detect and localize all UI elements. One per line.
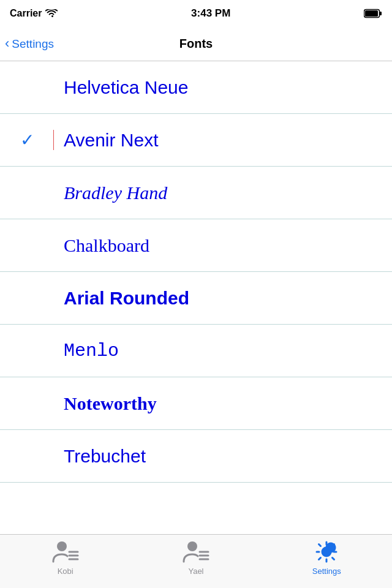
font-name-noteworthy: Noteworthy: [54, 393, 392, 414]
back-button[interactable]: ‹ Settings: [5, 37, 54, 51]
back-arrow-icon: ‹: [5, 37, 9, 50]
font-row-chalkboard[interactable]: Chalkboard: [0, 219, 392, 272]
yael-tab-icon: [181, 540, 211, 564]
kobi-tab-icon: [51, 540, 80, 564]
svg-point-3: [57, 541, 67, 551]
tab-bar: Kobi Yael Settings: [0, 534, 392, 588]
settings-tab-icon: [312, 540, 341, 564]
font-name-bradley: Bradley Hand: [54, 183, 392, 203]
font-name-arial-rounded: Arial Rounded: [54, 288, 392, 309]
font-list: Helvetica Neue✓Avenir NextBradley HandCh…: [0, 61, 392, 483]
kobi-tab-label: Kobi: [58, 567, 74, 576]
svg-point-7: [187, 541, 197, 551]
font-name-avenir: Avenir Next: [54, 130, 392, 151]
font-row-avenir[interactable]: ✓Avenir Next: [0, 114, 392, 167]
font-row-noteworthy[interactable]: Noteworthy: [0, 377, 392, 430]
font-name-helvetica: Helvetica Neue: [54, 77, 392, 98]
status-time: 3:43 PM: [191, 7, 230, 20]
font-name-chalkboard: Chalkboard: [54, 235, 392, 256]
font-row-trebuchet[interactable]: Trebuchet: [0, 430, 392, 483]
battery-icon: [364, 9, 382, 18]
tab-settings[interactable]: Settings: [262, 540, 392, 576]
status-bar: Carrier 3:43 PM: [0, 0, 392, 27]
carrier-label: Carrier: [10, 8, 42, 19]
font-row-bradley[interactable]: Bradley Hand: [0, 167, 392, 219]
font-row-menlo[interactable]: Menlo: [0, 325, 392, 377]
status-left: Carrier: [10, 8, 58, 19]
tab-yael[interactable]: Yael: [130, 540, 261, 576]
font-row-arial-rounded[interactable]: Arial Rounded: [0, 272, 392, 325]
back-label: Settings: [12, 37, 54, 51]
font-row-helvetica[interactable]: Helvetica Neue: [0, 61, 392, 114]
yael-tab-label: Yael: [188, 567, 203, 576]
nav-bar: ‹ Settings Fonts: [0, 27, 392, 61]
checkmark-icon-avenir: ✓: [20, 130, 34, 150]
font-name-trebuchet: Trebuchet: [54, 446, 392, 467]
font-row-left-avenir: ✓: [0, 130, 54, 150]
page-title: Fonts: [179, 37, 213, 51]
svg-rect-1: [379, 12, 382, 15]
svg-rect-2: [365, 10, 378, 17]
font-list-container: Helvetica Neue✓Avenir NextBradley HandCh…: [0, 61, 392, 534]
wifi-icon: [45, 9, 58, 18]
svg-point-11: [322, 548, 331, 556]
font-name-menlo: Menlo: [54, 341, 392, 361]
status-right: [364, 9, 382, 18]
settings-tab-label: Settings: [312, 567, 341, 576]
tab-kobi[interactable]: Kobi: [0, 540, 130, 576]
